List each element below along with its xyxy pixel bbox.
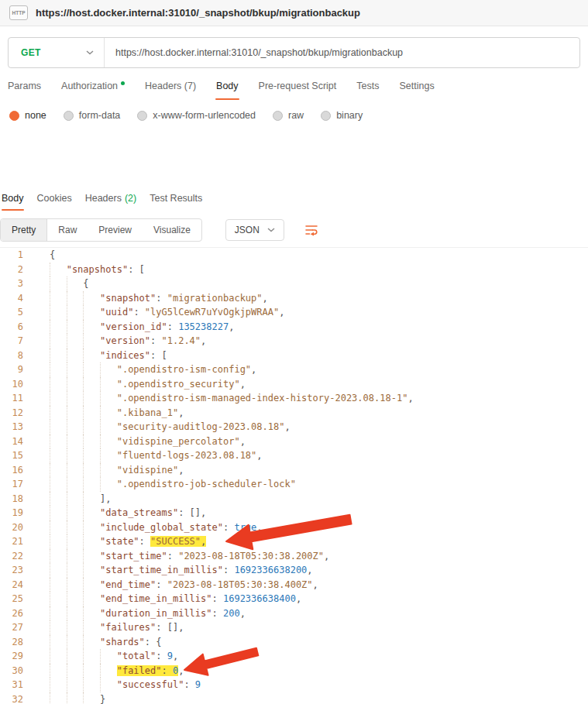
format-dropdown[interactable]: JSON [225,219,284,241]
code-token: , [256,522,262,533]
method-selector[interactable]: GET [9,38,105,67]
auth-status-dot [121,81,125,85]
code-token: 135238227 [178,321,229,332]
view-mode-pretty[interactable]: Pretty [1,219,47,241]
indent-guide [67,578,84,592]
code-token: , [240,379,246,390]
chevron-down-icon [86,50,94,55]
indent-guide [83,549,100,564]
highlighted-token: "failed" [117,665,162,676]
indent-guide [50,391,67,406]
code-line-31: "successful": 9 [50,678,588,692]
code-token: "state" [100,536,139,547]
indent-guide [100,377,117,392]
method-label: GET [21,47,41,58]
tab-tests[interactable]: Tests [356,81,379,100]
indent-guide [50,420,67,434]
line-number: 29 [0,649,23,664]
indent-guide [50,692,67,704]
code-line-16: "vidispine", [50,463,588,478]
tab-params[interactable]: Params [8,81,41,100]
body-type-binary[interactable]: binary [321,110,363,121]
indent-guide [83,563,100,578]
response-tab-label: Body [2,193,24,204]
indent-guide [50,520,67,535]
indent-guide [67,534,84,549]
url-bar: GET https://host.docker.internal:31010/_… [8,37,580,68]
wrap-text-icon[interactable] [304,224,318,236]
body-type-label: raw [288,110,304,121]
response-tab-test-results[interactable]: Test Results [150,193,202,211]
body-type-form-data[interactable]: form-data [64,110,121,121]
indent-guide [50,620,67,635]
code-token: , [178,465,184,476]
code-token: "uuid" [100,307,133,318]
view-mode-preview[interactable]: Preview [88,219,143,241]
code-token: "include_global_state" [100,522,223,533]
response-tab-headers[interactable]: Headers(2) [85,193,137,211]
code-token: ".kibana_1" [117,407,178,418]
code-line-30: "failed": 0, [50,664,588,678]
code-token: 9 [195,679,201,690]
code-line-18: ], [50,492,588,507]
line-number: 16 [0,463,23,478]
radio-icon [273,111,283,121]
code-token: ".opendistro-job-scheduler-lock" [117,479,296,489]
indent-guide [50,448,67,463]
indent-guide [67,420,84,434]
line-number: 5 [0,305,23,320]
line-number: 11 [0,391,23,406]
tab-pre-request-script[interactable]: Pre-request Script [259,81,337,100]
indent-guide [100,434,117,449]
line-number: 28 [0,635,23,650]
code-token: , [284,421,290,432]
code-token: , [307,565,312,575]
code-token: "start_time" [100,551,167,561]
code-token: "snapshots" [67,264,128,275]
code-token: "end_time" [100,579,156,590]
indent-guide [67,434,84,449]
indent-guide [83,592,100,606]
highlighted-token: "SUCCESS" [150,536,201,547]
response-tab-body[interactable]: Body [2,193,24,211]
indent-guide [100,649,117,664]
indent-guide [83,492,100,507]
view-mode-visualize[interactable]: Visualize [143,219,201,241]
response-tab-cookies[interactable]: Cookies [37,193,72,211]
code-token: , [173,651,178,661]
body-type-label: binary [336,110,363,121]
view-mode-raw[interactable]: Raw [47,219,88,241]
radio-icon [64,111,74,121]
indent-guide [50,606,67,621]
tab-authorization[interactable]: Authorization [61,81,125,100]
indent-guide [100,391,117,406]
view-mode-group: PrettyRawPreviewVisualize [0,218,202,242]
indent-guide [67,349,84,363]
url-input[interactable]: https://host.docker.internal:31010/_snap… [105,38,579,67]
line-number: 3 [0,276,23,291]
code-token: "version" [100,335,150,346]
code-token: "data_streams" [100,507,178,518]
line-number: 7 [0,334,23,349]
tab-headers-7[interactable]: Headers (7) [145,81,196,100]
indent-guide [67,678,84,692]
line-number: 21 [0,534,23,549]
indent-guide [83,448,100,463]
request-title: https://host.docker.internal:31010/_snap… [36,7,360,19]
tab-settings[interactable]: Settings [399,81,434,100]
indent-guide [50,635,67,650]
body-type-x-www-form-urlencoded[interactable]: x-www-form-urlencoded [137,110,256,121]
body-type-none[interactable]: none [9,110,46,121]
body-type-raw[interactable]: raw [273,110,304,121]
code-line-12: ".kibana_1", [50,406,588,421]
code-token: 9 [167,651,173,661]
tab-body[interactable]: Body [216,81,239,100]
code-line-9: ".opendistro-ism-config", [50,362,588,377]
indent-guide [83,391,100,406]
line-number: 12 [0,406,23,421]
indent-guide [67,649,84,664]
code-token: ".opendistro-ism-managed-index-history-2… [117,393,408,404]
code-token: : [156,579,167,590]
indent-guide [83,291,100,306]
response-body-viewer[interactable]: 1234567891011121314151617181920212223242… [0,247,588,704]
